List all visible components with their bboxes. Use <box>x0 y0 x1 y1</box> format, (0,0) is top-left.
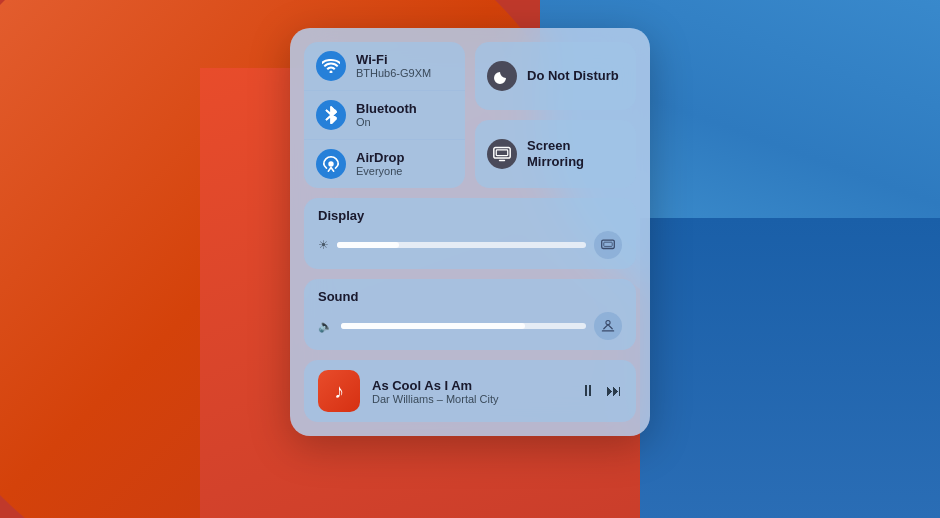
bluetooth-tile[interactable]: Bluetooth On <box>304 91 465 140</box>
wifi-tile[interactable]: Wi-Fi BTHub6-G9XM <box>304 42 465 91</box>
sound-label: Sound <box>318 289 622 304</box>
airdrop-tile-text: AirDrop Everyone <box>356 150 404 179</box>
playback-controls: ⏸ ⏭ <box>580 382 622 400</box>
airdrop-subtitle: Everyone <box>356 165 404 178</box>
control-center-panel: Wi-Fi BTHub6-G9XM Bluetooth On <box>290 28 650 436</box>
sound-slider-track[interactable] <box>341 323 586 329</box>
bluetooth-title: Bluetooth <box>356 101 417 117</box>
music-app-icon: ♪ <box>334 380 344 403</box>
dnd-tile-text: Do Not Disturb <box>527 68 619 84</box>
volume-icon: 🔈 <box>318 319 333 333</box>
bluetooth-subtitle: On <box>356 116 417 129</box>
track-info: As Cool As I Am Dar Williams – Mortal Ci… <box>372 378 568 405</box>
screen-mirroring-title: Screen Mirroring <box>527 138 624 169</box>
moon-icon <box>487 61 517 91</box>
sound-slider-row: 🔈 <box>318 312 622 340</box>
display-end-icon[interactable] <box>594 231 622 259</box>
screen-mirroring-tile-text: Screen Mirroring <box>527 138 624 169</box>
wifi-tile-text: Wi-Fi BTHub6-G9XM <box>356 52 431 81</box>
svg-point-0 <box>328 161 333 166</box>
bluetooth-tile-text: Bluetooth On <box>356 101 417 130</box>
forward-button[interactable]: ⏭ <box>606 382 622 400</box>
display-label: Display <box>318 208 622 223</box>
sound-section: Sound 🔈 <box>304 279 636 350</box>
airdrop-tile[interactable]: AirDrop Everyone <box>304 140 465 188</box>
right-tile-group: Do Not Disturb Screen Mirroring <box>475 42 636 188</box>
track-artist: Dar Williams – Mortal City <box>372 393 568 405</box>
do-not-disturb-tile[interactable]: Do Not Disturb <box>475 42 636 110</box>
display-slider-fill <box>337 242 399 248</box>
display-slider-row: ☀ <box>318 231 622 259</box>
display-section: Display ☀ <box>304 198 636 269</box>
pause-button[interactable]: ⏸ <box>580 382 596 400</box>
now-playing-section: ♪ As Cool As I Am Dar Williams – Mortal … <box>304 360 636 422</box>
bluetooth-icon <box>316 100 346 130</box>
airplay-icon[interactable] <box>594 312 622 340</box>
dnd-title: Do Not Disturb <box>527 68 619 84</box>
wifi-subtitle: BTHub6-G9XM <box>356 67 431 80</box>
brightness-icon: ☀ <box>318 238 329 252</box>
svg-rect-4 <box>604 242 612 246</box>
airdrop-title: AirDrop <box>356 150 404 166</box>
album-art: ♪ <box>318 370 360 412</box>
connectivity-tile-group: Wi-Fi BTHub6-G9XM Bluetooth On <box>304 42 465 188</box>
screen-mirroring-tile[interactable]: Screen Mirroring <box>475 120 636 188</box>
bg-dark-blue-shape <box>640 218 940 518</box>
wifi-title: Wi-Fi <box>356 52 431 68</box>
airdrop-icon <box>316 149 346 179</box>
track-title: As Cool As I Am <box>372 378 568 393</box>
display-slider-track[interactable] <box>337 242 586 248</box>
wifi-icon <box>316 51 346 81</box>
top-tiles-row: Wi-Fi BTHub6-G9XM Bluetooth On <box>304 42 636 188</box>
screen-mirror-icon <box>487 139 517 169</box>
sound-slider-fill <box>341 323 525 329</box>
svg-rect-2 <box>496 150 507 156</box>
